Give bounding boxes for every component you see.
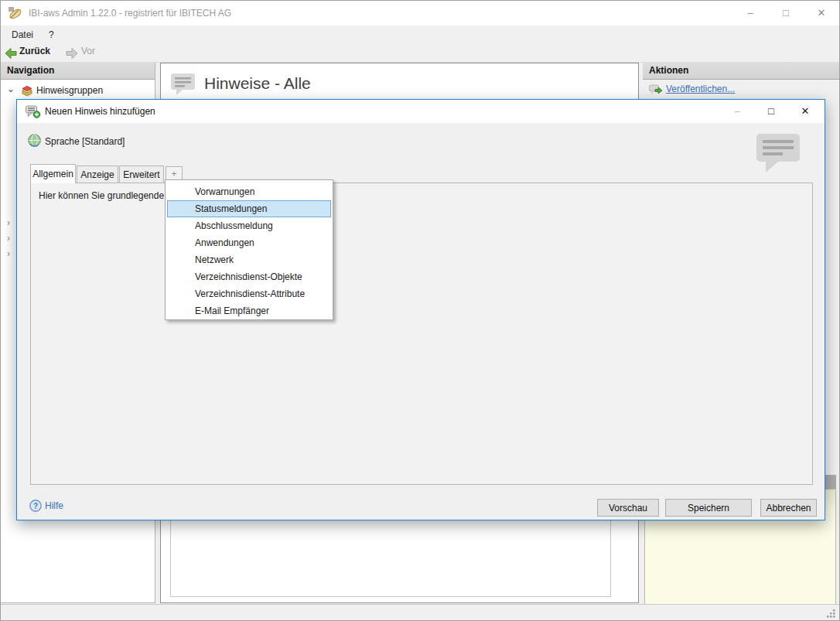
dialog-minimize-button[interactable]: –	[720, 100, 754, 122]
window-title: IBI-aws Admin 1.22.0 - registriert für I…	[29, 1, 231, 26]
add-tab-popup-menu: Vorwarnungen Statusmeldungen Abschlussme…	[165, 179, 333, 320]
menu-help[interactable]: ?	[43, 26, 60, 44]
chevron-right-icon[interactable]: ›	[7, 217, 10, 228]
svg-text:?: ?	[33, 502, 38, 510]
menu-item-verzeichnisdienst-objekte[interactable]: Verzeichnisdienst-Objekte	[167, 268, 331, 285]
preview-button[interactable]: Vorschau	[597, 499, 659, 517]
help-icon[interactable]: ?	[29, 500, 42, 512]
add-hint-icon	[26, 105, 41, 118]
close-button[interactable]: ✕	[804, 1, 839, 25]
cancel-button[interactable]: Abbrechen	[760, 499, 817, 517]
language-label: Sprache [Standard]	[45, 136, 125, 147]
menu-item-email-empfaenger[interactable]: E-Mail Empfänger	[167, 302, 331, 319]
chevron-right-icon[interactable]: ›	[7, 233, 10, 244]
app-icon	[9, 7, 22, 19]
dialog-bubble-watermark	[755, 131, 803, 174]
chevron-down-icon[interactable]: ⌄	[7, 84, 15, 94]
language-globe-icon	[28, 134, 41, 147]
intro-text: Hier können Sie grundlegende Ei	[39, 190, 179, 201]
minimize-button[interactable]: –	[732, 1, 768, 25]
hint-bubble-icon	[170, 72, 196, 97]
tab-allgemein[interactable]: Allgemein	[30, 164, 76, 183]
menu-item-verzeichnisdienst-attribute[interactable]: Verzeichnisdienst-Attribute	[167, 285, 331, 302]
titlebar: IBI-aws Admin 1.22.0 - registriert für I…	[1, 1, 839, 26]
menu-item-abschlussmeldung[interactable]: Abschlussmeldung	[167, 217, 331, 234]
forward-button: Vor	[81, 46, 95, 56]
publish-icon	[649, 84, 662, 95]
back-arrow-icon[interactable]	[5, 47, 17, 60]
forward-arrow-icon	[66, 47, 78, 60]
navigation-header: Navigation	[1, 63, 155, 80]
back-button[interactable]: Zurück	[19, 46, 50, 56]
help-link[interactable]: Hilfe	[45, 500, 63, 511]
tab-content-panel	[30, 183, 813, 485]
dialog-close-button[interactable]: ✕	[788, 100, 822, 122]
dialog-maximize-button[interactable]: □	[754, 100, 788, 122]
maximize-button[interactable]: □	[768, 1, 804, 25]
toolbar	[1, 44, 839, 63]
dialog-titlebar: Neuen Hinweis hinzufügen – □ ✕	[17, 100, 825, 123]
app-window: IBI-aws Admin 1.22.0 - registriert für I…	[0, 0, 840, 621]
actions-header: Aktionen	[643, 63, 840, 80]
menu-item-statusmeldungen[interactable]: Statusmeldungen	[167, 200, 331, 217]
resize-grip[interactable]	[825, 608, 836, 619]
add-hint-dialog: Neuen Hinweis hinzufügen – □ ✕ Sprache […	[16, 99, 825, 520]
sidebar-item-hinweisgruppen[interactable]: Hinweisgruppen	[36, 85, 103, 96]
menu-item-netzwerk[interactable]: Netzwerk	[167, 251, 331, 268]
hint-group-icon	[21, 84, 33, 97]
page-title: Hinweise - Alle	[204, 74, 311, 93]
chevron-right-icon[interactable]: ›	[7, 248, 10, 259]
publish-link[interactable]: Veröffentlichen...	[666, 84, 735, 94]
tab-anzeige[interactable]: Anzeige	[77, 165, 118, 183]
dialog-title: Neuen Hinweis hinzufügen	[45, 100, 155, 123]
menu-item-vorwarnungen[interactable]: Vorwarnungen	[167, 183, 331, 200]
tab-erweitert[interactable]: Erweitert	[119, 165, 164, 183]
menu-item-anwendungen[interactable]: Anwendungen	[167, 234, 331, 251]
menu-datei[interactable]: Datei	[5, 26, 39, 44]
statusbar	[1, 604, 839, 621]
menubar	[1, 26, 839, 44]
save-button[interactable]: Speichern	[665, 499, 752, 517]
